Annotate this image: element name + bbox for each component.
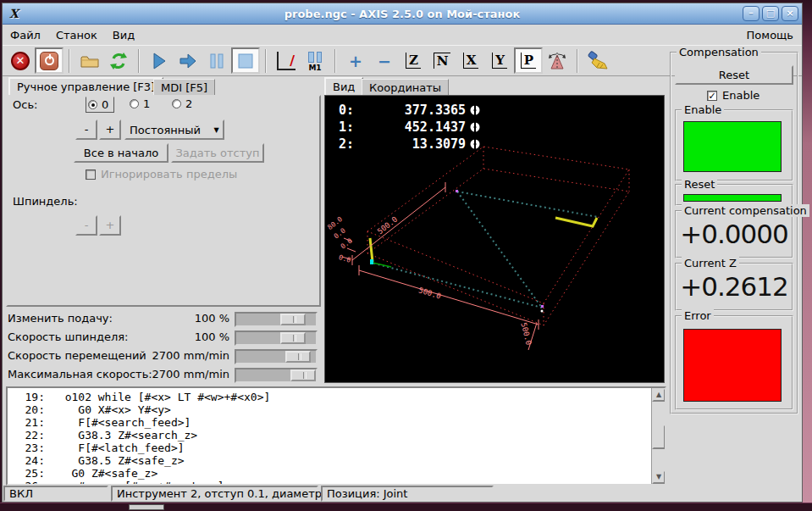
dro-axis-0: 0: 377.3365 [339, 103, 482, 118]
gcode-scrollbar[interactable]: ▲ ▼ [651, 388, 665, 484]
status-machine-state: ВКЛ [3, 486, 108, 502]
feed-override-value: 100 % [119, 312, 229, 325]
close-button[interactable]: × [782, 6, 798, 21]
window-title: probe.ngc - AXIS 2.5.0 on Мой-станок [3, 8, 802, 20]
gcode-line-text: G38.3 Z#<search_z> [45, 429, 197, 442]
gcode-line[interactable]: 26: #<x> = [#<x>+#<xstep>] [8, 480, 665, 486]
tab-manual-control[interactable]: Ручное управление [F3] [8, 77, 163, 95]
zoom-in-icon: + [349, 52, 362, 70]
step-arrow-icon [178, 53, 198, 69]
gcode-line[interactable]: 23: F[#<latch_feed>] [8, 442, 665, 454]
dro-axis-1-label: 1: [339, 119, 354, 135]
view-top-button[interactable]: Z [399, 47, 428, 74]
gcode-line-text: #<x> = [#<x>+#<xstep>] [45, 480, 224, 486]
tab-manual-label: Ручное управление [F3] [17, 81, 155, 93]
machine-power-button[interactable] [35, 47, 64, 74]
spindle-plus-button: + [99, 215, 121, 236]
tab-preview[interactable]: Вид [324, 77, 363, 95]
toolbar-separator [138, 49, 140, 73]
menu-machine[interactable]: Станок [48, 27, 105, 43]
toolbar-separator [265, 49, 267, 73]
gcode-listing[interactable]: 19: o102 while [#<x> LT #<w>+#<x0>] 20: … [6, 386, 666, 486]
gcode-line[interactable]: 21: F[#<search_feed>] [8, 416, 665, 429]
view-side-button[interactable]: X [456, 47, 485, 74]
slider-thumb[interactable] [280, 332, 306, 344]
home-all-button[interactable]: Все в начало [74, 143, 168, 163]
axis-radio-0[interactable]: 0 [86, 97, 114, 113]
scroll-down-icon[interactable]: ▼ [652, 470, 666, 484]
titlebar[interactable]: X probe.ngc - AXIS 2.5.0 on Мой-станок –… [3, 3, 802, 25]
gcode-line-text: o102 while [#<x> LT #<w>+#<x0>] [45, 391, 270, 403]
broom-icon [587, 51, 609, 71]
error-indicator-frame: Error [675, 315, 793, 410]
tab-mdi[interactable]: MDI [F5] [153, 79, 215, 95]
stop-button[interactable] [231, 47, 260, 74]
feed-override-slider[interactable] [235, 312, 318, 327]
jog-mode-select[interactable]: Постоянный ▼ [124, 119, 224, 140]
minimize-button[interactable]: – [743, 6, 760, 21]
current-z-frame: Current Z +0.2612 [675, 263, 793, 311]
enable-indicator-title: Enable [682, 103, 724, 116]
clear-plot-button[interactable] [583, 47, 612, 74]
comp-enable-checkbox[interactable]: ✓ Enable [707, 89, 760, 102]
slider-thumb[interactable] [290, 369, 316, 381]
maximize-button[interactable]: □ [762, 6, 779, 21]
comp-reset-button[interactable]: Reset [675, 65, 793, 85]
gcode-line-number: 20: [8, 403, 45, 416]
error-indicator-led [683, 329, 782, 402]
tab-dro[interactable]: Координаты [362, 79, 449, 95]
optional-pause-button[interactable]: M1 [301, 47, 329, 74]
spindle-override-slider[interactable] [235, 330, 318, 346]
zoom-in-button[interactable]: + [341, 47, 370, 74]
menu-help[interactable]: Помощь [738, 27, 802, 43]
spindle-override-value: 100 % [119, 330, 229, 343]
desktop: X probe.ngc - AXIS 2.5.0 on Мой-станок –… [0, 0, 812, 511]
gcode-line[interactable]: 22: G38.3 Z#<search_z> [8, 429, 665, 442]
zoom-out-button[interactable]: − [370, 47, 399, 74]
axis-radio-1[interactable]: 1 [130, 97, 150, 110]
gcode-line[interactable]: 19: o102 while [#<x> LT #<w>+#<x0>] [8, 391, 665, 403]
skip-lines-button[interactable]: / [272, 47, 301, 74]
open-file-button[interactable] [75, 47, 104, 74]
gcode-line-text: F[#<search_feed>] [45, 416, 191, 429]
background-window-fragment [129, 504, 164, 510]
menu-view[interactable]: Вид [105, 27, 142, 43]
slider-thumb[interactable] [280, 314, 306, 325]
slider-thumb[interactable] [285, 351, 311, 363]
scroll-up-icon[interactable]: ▲ [652, 388, 666, 402]
jog-plus-button[interactable]: + [99, 119, 121, 140]
tab-mdi-label: MDI [F5] [161, 81, 207, 94]
run-button[interactable] [145, 47, 174, 74]
spindle-label: Шпиндель: [13, 195, 78, 208]
jog-speed-value: 2700 mm/min [119, 349, 229, 362]
gcode-line[interactable]: 20: G0 X#<x> Y#<y> [8, 403, 665, 416]
touch-off-button: Задать отступ [171, 143, 264, 163]
gcode-line[interactable]: 24: G38.5 Z#<safe_z> [8, 454, 665, 467]
axis-radio-2[interactable]: 2 [172, 97, 192, 110]
gcode-line[interactable]: 25: G0 Z#<safe_z> [8, 467, 665, 480]
scrollbar-thumb[interactable] [652, 425, 666, 449]
toolbar-separator [577, 49, 578, 73]
view-front-button[interactable]: Y [485, 47, 514, 74]
view-perspective-button[interactable]: P [514, 47, 543, 74]
gcode-line-text: G38.5 Z#<safe_z> [45, 454, 185, 467]
gcode-line-number: 21: [8, 416, 45, 429]
axis-label: Ось: [13, 98, 37, 111]
step-button[interactable] [174, 47, 202, 74]
pause-button[interactable] [202, 47, 231, 74]
current-compensation-value: +0.0000 [677, 219, 792, 249]
spindle-minus-button: - [75, 215, 97, 236]
view-rotated-top-button[interactable]: N [428, 47, 456, 74]
preview-3d-canvas[interactable]: 0: 377.3365 1: 452.1437 2: 13.3079 500.0… [324, 95, 665, 383]
rotate-view-button[interactable] [543, 47, 572, 74]
homed-icon [469, 104, 482, 117]
gcode-line-number: 23: [8, 442, 45, 454]
error-indicator-title: Error [682, 309, 714, 322]
gcode-line-number: 26: [8, 480, 45, 486]
reload-button[interactable] [104, 47, 133, 74]
jog-speed-slider[interactable] [235, 349, 318, 364]
estop-button[interactable]: ✕ [6, 47, 35, 74]
jog-minus-button[interactable]: - [75, 119, 97, 140]
max-velocity-slider[interactable] [235, 368, 318, 383]
menu-file[interactable]: Файл [3, 27, 48, 43]
